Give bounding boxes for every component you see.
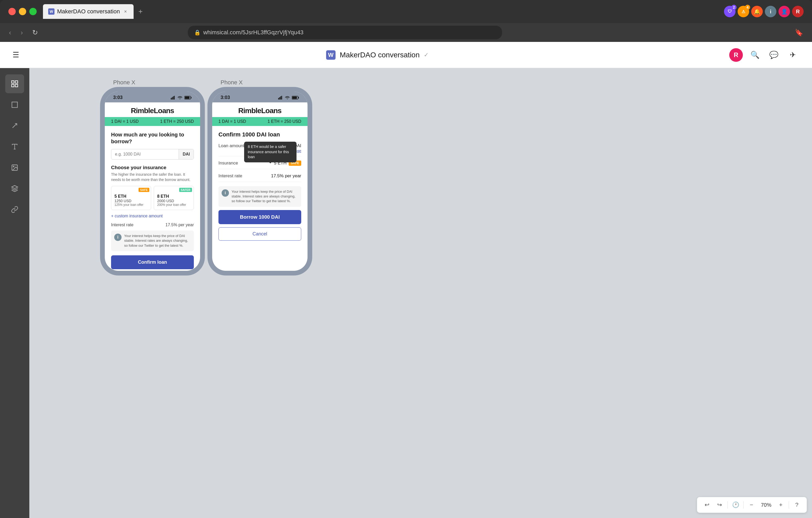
sidebar-tool-shapes[interactable] — [5, 95, 24, 114]
phone1-borrow-question: How much are you looking to borrow? — [111, 131, 194, 145]
hamburger-menu-button[interactable]: ☰ — [12, 51, 19, 59]
phone1-app-title: RimbleLoans — [131, 107, 174, 115]
option1-usd: 1250 USD — [114, 199, 148, 203]
send-button[interactable]: ✈ — [786, 48, 800, 62]
url-text: whimsical.com/5JsrHL3ffGqzrVjfjYqu43 — [203, 29, 303, 36]
svg-rect-11 — [172, 97, 173, 99]
dai-input[interactable] — [111, 149, 179, 159]
history-button[interactable]: 🕐 — [730, 499, 741, 511]
svg-rect-17 — [278, 98, 279, 99]
svg-rect-22 — [298, 97, 299, 98]
safe-badge: SAFE — [139, 188, 149, 192]
bottom-toolbar: ↩ ↪ 🕐 − 70% + ? — [697, 497, 807, 513]
sidebar-tool-components[interactable] — [5, 179, 24, 198]
warning-icon-button[interactable]: ⚠ 4 — [737, 6, 749, 17]
forward-button[interactable]: › — [18, 27, 26, 38]
canvas[interactable]: Phone X 3:03 RimbleLoans — [29, 68, 812, 518]
app-title: MakerDAO conversation — [340, 51, 419, 59]
phone2-app-title: RimbleLoans — [238, 107, 282, 115]
phone2-interest-row: Interest rate 17.5% per year — [219, 173, 301, 182]
sidebar-tool-image[interactable] — [5, 158, 24, 177]
sidebar-tool-arrow[interactable] — [5, 116, 24, 135]
svg-rect-10 — [171, 98, 172, 99]
bookmark-button[interactable]: 🔖 — [792, 27, 806, 38]
reload-button[interactable]: ↻ — [30, 27, 40, 38]
zoom-in-button[interactable]: + — [775, 499, 787, 511]
toolbar-divider-1 — [727, 501, 728, 509]
svg-rect-23 — [292, 96, 297, 99]
toolbar: ‹ › ↻ 🔒 whimsical.com/5JsrHL3ffGqzrVjfjY… — [0, 23, 812, 42]
chat-button[interactable]: 💬 — [767, 48, 781, 62]
cancel-button[interactable]: Cancel — [219, 227, 301, 241]
svg-rect-16 — [185, 96, 190, 99]
zoom-out-button[interactable]: − — [746, 499, 757, 511]
phone2-frame: 3:03 RimbleLoans 1 DAI = 1 USD — [207, 87, 312, 276]
user-avatar[interactable]: R — [729, 48, 743, 62]
phone2-price-bar: 1 DAI = 1 USD 1 ETH = 250 USD — [212, 117, 308, 126]
minimize-button[interactable] — [19, 8, 26, 15]
maximize-button[interactable] — [29, 8, 37, 15]
svg-rect-15 — [191, 97, 192, 98]
phone1-info-text: Your interest helps keep the price of DA… — [124, 234, 191, 248]
tab-favicon: W — [48, 8, 55, 15]
confirm-loan-button[interactable]: Confirm loan — [111, 255, 194, 269]
insurance-option-1[interactable]: SAFE 5 ETH 1250 USD 125% your loan offer — [111, 186, 151, 210]
toolbar-actions: 🔖 — [792, 27, 806, 38]
phone2-interest-label: Interest rate — [219, 173, 242, 179]
insurance-tooltip: 8 ETH would be a safer insurance amount … — [244, 142, 296, 162]
user-avatar-r[interactable]: 👤 — [779, 6, 790, 17]
svg-rect-3 — [15, 84, 18, 87]
phone1-info-icon: i — [114, 234, 121, 241]
phone1-interest-value: 17.5% per year — [165, 223, 194, 227]
sidebar — [0, 68, 29, 518]
search-button[interactable]: 🔍 — [748, 48, 762, 62]
phone1-status-bar: 3:03 — [105, 92, 200, 103]
help-button[interactable]: ? — [791, 499, 803, 511]
address-bar[interactable]: 🔒 whimsical.com/5JsrHL3ffGqzrVjfjYqu43 — [188, 26, 502, 39]
new-tab-button[interactable]: + — [136, 6, 145, 17]
borrow-button[interactable]: Borrow 1000 DAI — [219, 210, 301, 224]
loan-amount-label: Loan amount — [219, 143, 244, 148]
back-button[interactable]: ‹ — [6, 27, 14, 38]
tab-close-button[interactable]: × — [123, 8, 128, 15]
user-avatar-red[interactable]: R — [792, 6, 804, 17]
sidebar-tool-link[interactable] — [5, 200, 24, 219]
svg-line-5 — [12, 124, 17, 128]
phone2-confirm-title: Confirm 1000 DAI loan — [219, 131, 301, 138]
bell-icon-button[interactable]: 🔔 — [751, 6, 763, 17]
option1-eth: 5 ETH — [114, 194, 148, 199]
phone1-price-bar: 1 DAI = 1 USD 1 ETH = 250 USD — [105, 117, 200, 126]
phone1-info-box: i Your interest helps keep the price of … — [111, 230, 194, 251]
info-icon-button[interactable]: i — [765, 6, 776, 17]
phone2-price-right: 1 ETH = 250 USD — [268, 119, 301, 124]
phone1-interest-label: Interest rate — [111, 223, 133, 227]
phone2-time: 3:03 — [221, 95, 230, 100]
svg-point-9 — [13, 166, 14, 167]
phone1-insurance-desc: The higher the insurance the safer the l… — [111, 172, 194, 182]
sidebar-tool-frames[interactable] — [5, 75, 24, 93]
active-tab[interactable]: W MakerDAO conversation × — [43, 4, 134, 19]
phone1-insurance-title: Choose your insurance — [111, 165, 194, 171]
shield-icon-button[interactable]: 🛡 2 — [724, 6, 735, 17]
insurance-label: Insurance — [219, 161, 238, 166]
phone2-status-icons — [278, 96, 299, 99]
close-button[interactable] — [8, 8, 16, 15]
undo-button[interactable]: ↩ — [701, 499, 713, 511]
phone1-inner: 3:03 RimbleLoans 1 DAI = 1 USD — [105, 92, 200, 271]
traffic-lights — [8, 8, 37, 15]
phone2-info-box: i Your interest helps keep the price of … — [219, 186, 301, 207]
phone1-dai-input-wrap: DAI — [111, 149, 194, 160]
redo-button[interactable]: ↪ — [714, 499, 725, 511]
browser-actions: 🛡 2 ⚠ 4 🔔 i 👤 R — [724, 6, 804, 17]
phone2-status-bar: 3:03 — [212, 92, 308, 103]
phone1-app-title-section: RimbleLoans — [105, 103, 200, 117]
svg-rect-0 — [11, 81, 14, 83]
phone1-label: Phone X — [113, 79, 135, 86]
insurance-row: Insurance 5 ETH SAFE 8 ETH would be a sa… — [219, 161, 301, 169]
phone1-status-icons — [171, 96, 192, 99]
insurance-option-2[interactable]: SAFER 8 ETH 2000 USD 200% your loan offe… — [154, 186, 194, 210]
custom-insurance-link[interactable]: + custom insurance amount — [111, 214, 194, 219]
phone1-price-left: 1 DAI = 1 USD — [111, 119, 139, 124]
sidebar-tool-text[interactable] — [5, 137, 24, 156]
title-bar: W MakerDAO conversation × + 🛡 2 ⚠ 4 🔔 i … — [0, 0, 812, 23]
